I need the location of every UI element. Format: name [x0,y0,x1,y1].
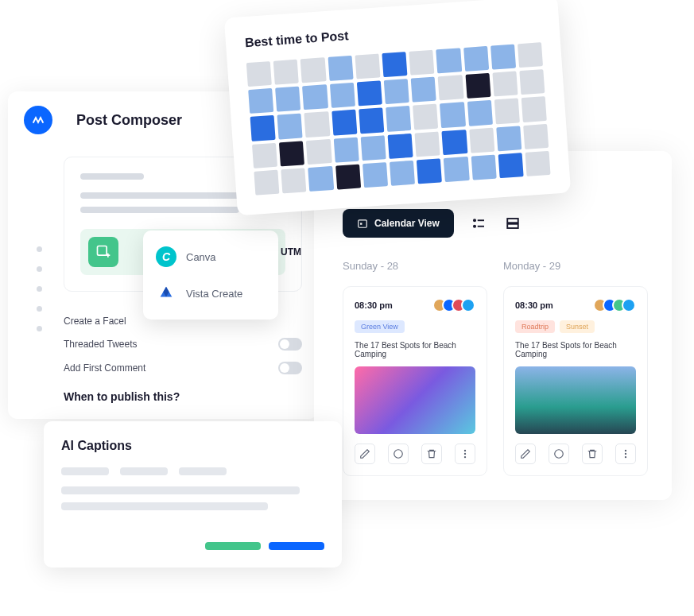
heatmap-cell[interactable] [463,46,489,72]
svg-point-12 [555,450,564,459]
heatmap-cell[interactable] [279,141,304,166]
caption-action-1[interactable] [205,542,261,550]
caption-action-2[interactable] [269,542,324,550]
heatmap-cell[interactable] [248,88,273,114]
heatmap-cell[interactable] [302,84,328,110]
nav-dots [37,246,42,331]
utm-label: UTM [281,246,301,258]
heatmap-cell[interactable] [523,123,549,149]
heatmap-cell[interactable] [363,162,388,188]
heatmap-cell[interactable] [525,151,550,176]
nav-dot[interactable] [37,246,42,252]
heatmap-cell[interactable] [519,69,545,95]
delete-button[interactable] [582,444,603,464]
svg-rect-7 [507,224,518,228]
monday-label: Monday - 29 [503,260,648,272]
heatmap-cell[interactable] [306,139,331,165]
post-time: 08:30 pm [355,300,393,310]
edit-button[interactable] [355,444,375,464]
heatmap-cell[interactable] [360,135,386,161]
heatmap-cell[interactable] [330,83,355,108]
heatmap-cell[interactable] [469,127,494,153]
avatar [622,298,636,312]
avatar [461,298,475,312]
heatmap-cell[interactable] [417,158,442,184]
post-tag: Sunset [560,320,595,333]
threaded-toggle[interactable] [278,338,302,351]
more-button[interactable] [455,444,475,464]
heatmap-cell[interactable] [355,53,380,79]
heatmap-cell[interactable] [386,106,411,131]
heatmap-cell[interactable] [252,142,277,168]
heatmap-cell[interactable] [335,164,361,189]
svg-point-4 [474,226,475,227]
heatmap-cell[interactable] [492,72,518,97]
heatmap-cell[interactable] [277,114,303,139]
heatmap-cell[interactable] [490,45,516,70]
heatmap-cell[interactable] [436,48,462,73]
nav-dot[interactable] [37,306,42,312]
comment-toggle[interactable] [278,362,302,374]
heatmap-cell[interactable] [273,60,299,85]
heatmap-cell[interactable] [494,99,520,124]
grid-view-button[interactable] [505,215,521,231]
heatmap-cell[interactable] [411,77,436,103]
nav-dot[interactable] [37,266,42,272]
heatmap-cell[interactable] [359,108,384,134]
vista-label: Vista Create [186,288,242,300]
heatmap-cell[interactable] [357,81,382,107]
post-card-monday[interactable]: 08:30 pm Roadtrip Sunset The 17 Best Spo… [503,286,648,476]
post-avatars [437,298,475,312]
heatmap-cell[interactable] [250,115,276,141]
heatmap-cell[interactable] [246,61,272,87]
heatmap-cell[interactable] [304,111,330,137]
add-media-button[interactable] [88,237,118,267]
comment-button[interactable] [549,444,569,464]
heatmap-cell[interactable] [275,87,300,112]
heatmap-cell[interactable] [438,75,463,100]
canva-option[interactable]: C Canva [143,238,278,275]
heatmap-cell[interactable] [471,154,496,180]
heatmap-cell[interactable] [254,169,279,195]
list-view-button[interactable] [471,215,487,231]
heatmap-cell[interactable] [328,56,353,81]
composer-title: Post Composer [76,112,182,129]
heatmap-cell[interactable] [333,137,359,162]
delete-button[interactable] [421,444,442,464]
heatmap-cell[interactable] [518,42,543,68]
heatmap-cell[interactable] [413,104,438,130]
heatmap-cell[interactable] [444,157,469,182]
heatmap-cell[interactable] [281,168,306,193]
heatmap-cell[interactable] [331,110,357,135]
composer-options: Create a Facel Threaded Tweets Add First… [64,316,302,403]
post-card-sunday[interactable]: 08:30 pm Green View The 17 Best Spots fo… [343,286,487,476]
comment-button[interactable] [388,444,409,464]
comment-icon [393,448,404,459]
nav-dot[interactable] [37,286,42,292]
heatmap-cell[interactable] [496,126,521,151]
heatmap-cell[interactable] [390,161,415,186]
heatmap-cell[interactable] [440,103,465,128]
heatmap-cell[interactable] [465,73,490,99]
heatmap-cell[interactable] [308,166,334,192]
heatmap-cell[interactable] [409,50,434,76]
heatmap-cell[interactable] [387,133,413,158]
vista-option[interactable]: Vista Create [143,275,278,312]
heatmap-cell[interactable] [300,57,326,83]
heatmap-cell[interactable] [498,153,523,178]
post-title: The 17 Best Spots for Beach Camping [515,341,636,358]
heatmap-cell[interactable] [382,52,407,77]
heatmap-cell[interactable] [384,79,409,104]
post-actions [355,444,475,464]
heatmap-cell[interactable] [467,100,492,126]
post-image [515,366,636,434]
heatmap-cell[interactable] [442,130,467,155]
post-avatars [598,298,636,312]
heatmap-cell[interactable] [415,131,440,157]
comment-icon [553,448,564,459]
nav-dot[interactable] [37,326,42,331]
calendar-view-button[interactable]: Calendar View [343,209,454,238]
edit-button[interactable] [515,444,536,464]
heatmap-cell[interactable] [521,96,547,122]
more-button[interactable] [615,444,636,464]
